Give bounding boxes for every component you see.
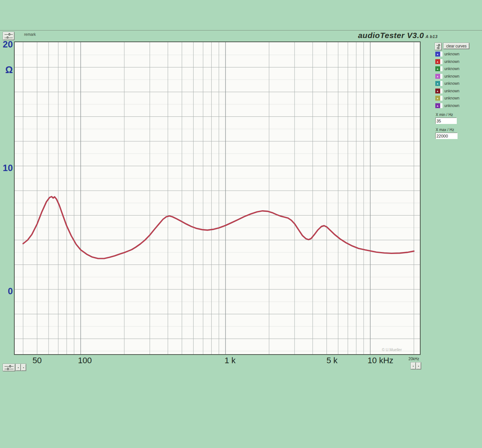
y-tick-label-0: 0 [0,286,13,296]
curve-swatch-chip: ▲ [435,81,442,86]
x-axis-slider-button[interactable] [3,364,15,371]
curve-color-swatch-icon: ▲ [435,59,440,64]
x-tick-label-1000hz: 1 k [224,356,235,365]
x-max-input[interactable] [435,133,458,139]
app-title: audioTester V3.0A b13 [358,31,438,40]
legend-item-label: unknown [444,60,459,64]
legend-item-label: unknown [444,67,459,71]
x-tick-label-10000hz: 10 kHz [368,356,393,365]
curves-legend: ▲unknown▲unknown▲unknown▲unknown▲unknown… [435,52,459,110]
curve-marker-icon: ▲ [436,74,439,78]
spin-glyph-icon: ▪ [413,365,413,367]
impedance-chart-plot-area: © U.Mueller [15,42,420,354]
y-axis-unit-label: Ω [0,65,13,75]
curve-swatch-chip: ▲ [435,66,442,71]
legend-item-label: unknown [444,52,459,56]
legend-item-4[interactable]: ▲unknown [435,74,459,79]
slider-icon [4,365,14,367]
x-max-spin-right-button[interactable]: ▪ [416,362,421,369]
legend-item-label: unknown [444,104,459,108]
legend-item-8[interactable]: ▲unknown [435,103,459,108]
spin-glyph-icon: ▪ [418,365,419,367]
x-max-spin-left-button[interactable]: ▪ [411,362,416,369]
y-tick-label-10: 10 [0,163,13,173]
legend-item-label: unknown [444,74,459,78]
legend-item-label: unknown [444,81,459,86]
curve-swatch-chip: ▲ [435,59,442,64]
curve-color-swatch-icon: ▲ [435,89,440,93]
curve-marker-icon: ▲ [436,81,439,86]
x-min-spin-right-button[interactable]: ▪ [21,364,26,371]
app-title-version: A b13 [426,34,438,39]
remark-label: remark [24,32,36,37]
curve-color-swatch-icon: ▲ [435,74,440,79]
app-title-text: audioTester V3.0 [358,31,424,40]
curve-swatch-chip: ▲ [435,52,442,57]
spin-glyph-icon: ▪ [18,366,18,369]
x-tick-label-100hz: 100 [78,356,92,365]
curve-color-swatch-icon: ▲ [435,96,440,101]
curve-marker-icon: ▲ [436,60,439,64]
curve-color-swatch-icon: ▲ [435,66,440,71]
curve-marker-icon: ▲ [436,96,439,100]
curve-swatch-chip: ▲ [435,96,442,101]
chart-frame: © U.Mueller [14,41,421,355]
legend-item-2[interactable]: ▲unknown [435,59,459,64]
top-separator-line [0,30,482,31]
x-min-spin-left-button[interactable]: ▪ [16,364,21,371]
legend-item-label: unknown [444,96,459,100]
legend-item-6[interactable]: ▲unknown [435,89,459,93]
curve-marker-icon: ▲ [436,104,439,108]
x-min-label: X min / Hz [436,113,453,117]
curve-marker-icon: ▲ [436,89,439,93]
curve-color-swatch-icon: ▲ [435,103,440,108]
x-tick-label-5000hz: 5 k [326,356,337,365]
curve-swatch-chip: ▲ [435,89,442,93]
slider-icon [436,44,441,46]
curves-slider-button[interactable] [435,43,442,50]
x-end-frequency-label: 20kHz [409,357,419,361]
slider-icon [436,47,441,49]
slider-icon [4,368,14,370]
curve-swatch-chip: ▲ [435,74,442,79]
curve-marker-icon: ▲ [436,67,439,71]
legend-item-1[interactable]: ▲unknown [435,52,459,57]
curve-color-swatch-icon: ▲ [435,52,440,57]
y-tick-label-20: 20 [0,40,13,49]
y-axis-slider-button[interactable] [3,32,14,40]
x-tick-label-50hz: 50 [32,356,41,365]
spin-glyph-icon: ▪ [23,366,24,369]
curve-color-swatch-icon: ▲ [435,81,440,86]
legend-item-label: unknown [444,89,459,93]
legend-item-5[interactable]: ▲unknown [435,81,459,86]
legend-item-3[interactable]: ▲unknown [435,66,459,71]
clear-curves-button[interactable]: clear curves [444,43,469,49]
slider-icon [4,33,13,36]
slider-icon [4,36,13,39]
curve-swatch-chip: ▲ [435,103,442,108]
legend-item-7[interactable]: ▲unknown [435,96,459,101]
watermark-text: © U.Mueller [382,348,402,352]
x-max-label: X max / Hz [436,128,454,132]
curve-marker-icon: ▲ [436,52,439,56]
x-min-input[interactable] [435,118,457,124]
